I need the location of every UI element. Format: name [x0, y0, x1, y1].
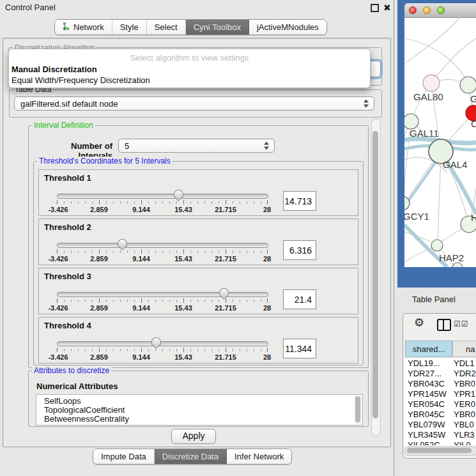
- threshold-2-value-field[interactable]: 6.316: [283, 240, 316, 260]
- threshold-4-value-field[interactable]: 11.344: [283, 339, 316, 358]
- list-vertical-scrollbar[interactable]: [355, 395, 362, 424]
- threshold-2-slider[interactable]: -3.426 2.859 9.144 15.43 21.715 28: [57, 241, 268, 265]
- cell[interactable]: YIL052C: [404, 440, 451, 445]
- network-node[interactable]: [404, 114, 418, 129]
- network-node[interactable]: [423, 75, 440, 91]
- cell[interactable]: YDR2: [451, 369, 476, 379]
- threshold-1-slider[interactable]: -3.426 2.859 9.144 15.43 21.715 28: [57, 192, 268, 216]
- cell[interactable]: YBL0: [451, 420, 474, 430]
- table-row[interactable]: YBR043CYBR0: [404, 379, 476, 389]
- network-window-titlebar[interactable]: [404, 3, 476, 18]
- slider-minor-ticks: [57, 250, 268, 253]
- cell[interactable]: YBR045C: [404, 410, 451, 420]
- tab-impute-data[interactable]: Impute Data: [93, 449, 155, 464]
- cell[interactable]: YDR27...: [404, 369, 451, 379]
- slider-track[interactable]: [57, 292, 268, 297]
- list-scrollbar-thumb[interactable]: [355, 396, 360, 422]
- node-label-hap2: HAP2: [439, 252, 464, 263]
- slider-track[interactable]: [57, 243, 268, 248]
- cell[interactable]: YLR345W: [404, 430, 451, 440]
- tab-infer-network[interactable]: Infer Network: [227, 449, 291, 464]
- list-item-betweennesscentrality[interactable]: BetweennessCentrality: [36, 415, 362, 424]
- tab-discretize-data[interactable]: Discretize Data: [155, 449, 227, 464]
- threshold-1-slider-thumb[interactable]: [174, 190, 183, 197]
- panel-scrollbar-thumb[interactable]: [372, 131, 378, 418]
- table-row[interactable]: YDR27...YDR2: [404, 369, 476, 379]
- column-header-name[interactable]: na: [452, 341, 476, 357]
- slider-track[interactable]: [57, 194, 268, 199]
- column-layout-icon[interactable]: [437, 319, 451, 331]
- cell[interactable]: YER054C: [404, 399, 451, 410]
- cell[interactable]: YER0: [451, 399, 475, 410]
- control-panel: Control Panel ✖ Network Style Select: [0, 0, 394, 476]
- slider-track[interactable]: [57, 341, 268, 346]
- threshold-2-slider-thumb[interactable]: [118, 239, 127, 247]
- table-row[interactable]: YBL079WYBL0: [404, 420, 476, 430]
- zoom-traffic-light[interactable]: [437, 6, 445, 14]
- tab-network[interactable]: Network: [55, 20, 112, 35]
- slider-minor-ticks: [57, 201, 268, 204]
- select-columns-icon[interactable]: ☑☑: [454, 319, 469, 328]
- tick-label: 15.43: [174, 353, 192, 361]
- tick-label: 2.859: [90, 304, 108, 312]
- cell[interactable]: YDL19...: [404, 358, 451, 369]
- number-of-intervals-combobox[interactable]: 5: [118, 139, 275, 153]
- threshold-4-slider-thumb[interactable]: [151, 337, 161, 345]
- table-horizontal-scrollbar[interactable]: [404, 447, 476, 456]
- tick-label: 21.715: [215, 304, 236, 312]
- apply-button[interactable]: Apply: [171, 429, 216, 444]
- tick-label: 21.715: [215, 206, 236, 213]
- gear-icon[interactable]: ⚙: [414, 316, 424, 330]
- slider-minor-ticks: [57, 349, 268, 351]
- tab-select[interactable]: Select: [147, 20, 186, 35]
- network-node[interactable]: [452, 263, 463, 267]
- network-node[interactable]: [460, 77, 476, 93]
- table-row[interactable]: YIL052CYIL0: [404, 440, 476, 445]
- combo-stepper-icon: [264, 142, 270, 150]
- cell[interactable]: YDL1: [451, 358, 475, 369]
- minimize-traffic-light[interactable]: [423, 6, 431, 14]
- threshold-1-value-field[interactable]: 14.713: [283, 191, 316, 211]
- threshold-4-slider[interactable]: -3.426 2.859 9.144 15.43 21.715 28: [57, 339, 268, 364]
- network-node[interactable]: [431, 240, 443, 251]
- tab-impute-data-label: Impute Data: [101, 452, 146, 461]
- table-row[interactable]: YER054CYER0: [404, 399, 476, 410]
- dropdown-hint: Select algorithm to view settings: [9, 53, 370, 63]
- network-canvas[interactable]: GAL80 GA C GAL11 GAL4 GCY1 H HAP2: [404, 17, 476, 267]
- cell[interactable]: YPR145W: [404, 389, 451, 399]
- table-data-combobox[interactable]: galFiltered.sif default node: [14, 96, 374, 111]
- close-traffic-light[interactable]: [409, 6, 417, 14]
- list-item-topologicalcoefficient[interactable]: TopologicalCoefficient: [36, 406, 362, 415]
- tab-jactivemnodules[interactable]: jActiveMNodules: [249, 20, 326, 35]
- interval-definition-group-label: Interval Definition: [32, 121, 95, 130]
- column-header-shared-name[interactable]: shared...: [405, 341, 452, 357]
- table-row[interactable]: YBR045CYBR0: [404, 410, 476, 420]
- cell[interactable]: YBR0: [451, 410, 475, 420]
- dropdown-option-equal-width-frequency[interactable]: Equal Width/Frequency Discretization: [12, 75, 150, 85]
- threshold-3-slider-thumb[interactable]: [219, 288, 229, 296]
- cell[interactable]: YBR0: [451, 379, 475, 389]
- dropdown-option-manual-discretization[interactable]: Manual Discretization: [12, 65, 97, 74]
- cell[interactable]: YBR043C: [404, 379, 451, 389]
- control-panel-tabs: Network Style Select Cyni Toolbox jActiv…: [54, 19, 327, 35]
- threshold-2-panel: Threshold 2 -3.426 2.859 9.144 15.43 21.…: [38, 219, 358, 265]
- table-row[interactable]: YDL19...YDL1: [404, 358, 476, 369]
- cell[interactable]: YBL079W: [404, 420, 451, 430]
- threshold-3-slider[interactable]: -3.426 2.859 9.144 15.43 21.715 28: [57, 290, 268, 314]
- close-icon[interactable]: ✖: [383, 4, 391, 12]
- table-row[interactable]: YPR145WYPR1: [404, 389, 476, 399]
- tick-label: 2.859: [90, 353, 108, 361]
- table-scrollbar-thumb[interactable]: [407, 448, 472, 453]
- tab-cyni-toolbox[interactable]: Cyni Toolbox: [186, 20, 249, 35]
- float-window-icon[interactable]: [371, 4, 379, 12]
- cell[interactable]: YLR3: [451, 430, 475, 440]
- table-row[interactable]: YLR345WYLR3: [404, 430, 476, 440]
- tab-style[interactable]: Style: [112, 20, 147, 35]
- panel-vertical-scrollbar[interactable]: [371, 119, 381, 436]
- network-view-window: GAL80 GA C GAL11 GAL4 GCY1 H HAP2: [404, 3, 476, 267]
- tick-label: 2.859: [90, 255, 108, 263]
- list-item-selfloops[interactable]: SelfLoops: [36, 397, 362, 406]
- cell[interactable]: YIL0: [451, 440, 471, 445]
- threshold-3-value-field[interactable]: 21.4: [283, 289, 316, 309]
- cell[interactable]: YPR1: [451, 389, 475, 399]
